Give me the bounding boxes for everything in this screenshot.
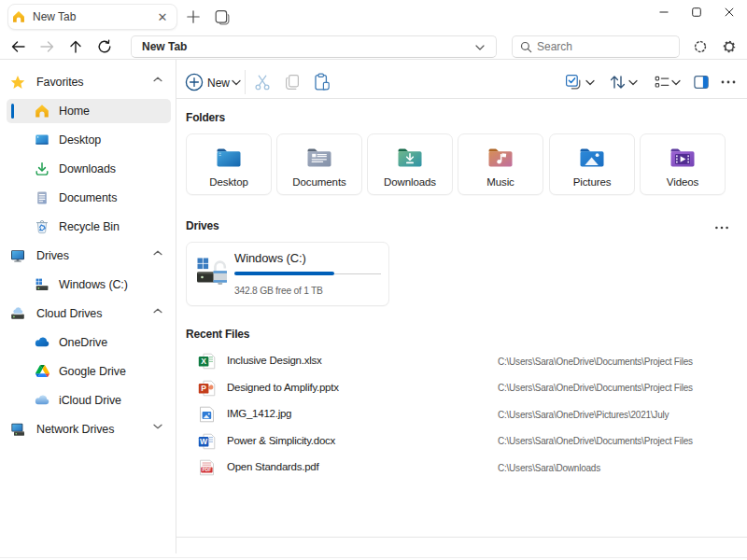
svg-text:P: P <box>201 384 206 393</box>
svg-text:X: X <box>201 357 206 366</box>
svg-text:W: W <box>200 437 208 446</box>
svg-text:PDF: PDF <box>203 468 212 472</box>
